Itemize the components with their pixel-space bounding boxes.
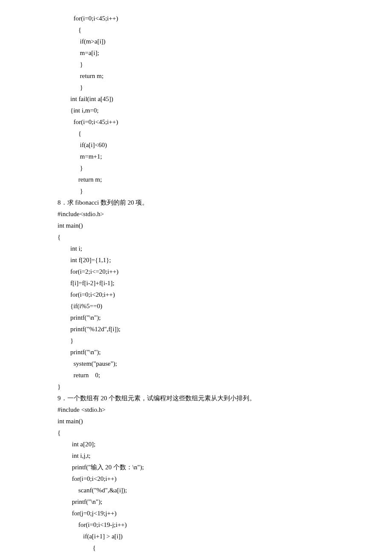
code-line: }: [0, 335, 392, 347]
code-line: }: [0, 59, 392, 70]
code-line: #include<stdio.h>: [0, 208, 392, 220]
code-line: {: [0, 24, 392, 36]
code-line: for(i=0;i<20;i++): [0, 473, 392, 485]
code-line: 8．求 fibonacci 数列的前 20 项。: [0, 197, 392, 208]
code-line: {if(i%5==0): [0, 301, 392, 312]
code-line: printf("\n");: [0, 312, 392, 324]
code-line: printf("%12d",f[i]);: [0, 324, 392, 335]
code-line: {: [0, 427, 392, 439]
code-line: {int i,m=0;: [0, 105, 392, 116]
code-line: if(m>a[i]): [0, 36, 392, 47]
code-line: int a[20];: [0, 439, 392, 450]
code-line: {: [0, 542, 392, 554]
code-line: m=a[i];: [0, 47, 392, 59]
code-line: int i;: [0, 243, 392, 254]
code-line: if(a[i]<60): [0, 139, 392, 151]
code-line: if(a[i+1] > a[i]): [0, 531, 392, 542]
code-line: for(i=0;i<19-j;i++): [0, 519, 392, 531]
code-line: return m;: [0, 174, 392, 185]
code-line: scanf("%d",&a[i]);: [0, 485, 392, 496]
code-line: 9．一个数组有 20 个数组元素，试编程对这些数组元素从大到小排列。: [0, 393, 392, 404]
code-line: int i,j,t;: [0, 450, 392, 462]
code-line: return 0;: [0, 370, 392, 381]
code-line: }: [0, 162, 392, 174]
code-line: for(i=0;i<45;i++): [0, 13, 392, 24]
code-line: }: [0, 185, 392, 197]
code-line: for(i=0;i<20;i++): [0, 289, 392, 301]
code-line: printf("\n");: [0, 496, 392, 508]
code-line: int main(): [0, 220, 392, 231]
code-line: system("pause");: [0, 358, 392, 370]
code-line: {: [0, 231, 392, 243]
code-line: f[i]=f[i-2]+f[i-1];: [0, 278, 392, 289]
code-line: }: [0, 381, 392, 393]
code-line: {: [0, 128, 392, 139]
code-line: return m;: [0, 70, 392, 82]
code-line: m=m+1;: [0, 151, 392, 162]
code-line: for(i=0;i<45;i++): [0, 116, 392, 128]
code-line: printf("输入 20 个数：\n");: [0, 462, 392, 473]
code-line: int main(): [0, 416, 392, 427]
code-line: for(i=2;i<=20;i++): [0, 266, 392, 278]
code-line: }: [0, 82, 392, 93]
code-line: int fail(int a[45]): [0, 93, 392, 105]
code-line: printf("\n");: [0, 347, 392, 358]
code-line: #include <stdio.h>: [0, 404, 392, 416]
code-line: int f[20]={1,1};: [0, 254, 392, 266]
document-page: for(i=0;i<45;i++) { if(m>a[i]) m=a[i]; }…: [0, 0, 392, 555]
code-line: for(j=0;j<19;j++): [0, 508, 392, 519]
